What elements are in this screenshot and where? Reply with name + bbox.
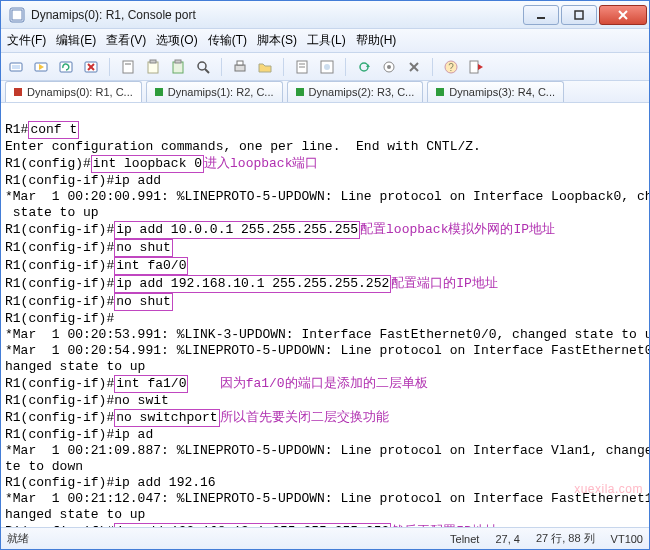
cmd-box: int fa0/0	[114, 257, 188, 275]
svg-point-31	[387, 65, 391, 69]
menubar: 文件(F) 编辑(E) 查看(V) 选项(O) 传输(T) 脚本(S) 工具(L…	[1, 29, 649, 53]
close-button[interactable]	[599, 5, 647, 25]
svg-point-20	[198, 62, 206, 70]
toolbar: ?	[1, 53, 649, 81]
svg-point-28	[324, 64, 330, 70]
tabbar: Dynamips(0): R1, C... Dynamips(1): R2, C…	[1, 81, 649, 103]
tb-disconnect-icon[interactable]	[82, 58, 100, 76]
cmd-box: conf t	[28, 121, 79, 139]
svg-rect-1	[12, 10, 22, 20]
annotation: 所以首先要关闭二层交换功能	[220, 410, 389, 425]
tb-paste-icon[interactable]	[169, 58, 187, 76]
svg-rect-19	[175, 60, 181, 63]
tab-label: Dynamips(0): R1, C...	[27, 86, 133, 98]
toolbar-separator	[109, 58, 110, 76]
status-dot-icon	[296, 88, 304, 96]
statusbar: 就绪 Telnet 27, 4 27 行, 88 列 VT100	[1, 527, 649, 549]
cmd-box: no shut	[114, 293, 173, 311]
menu-view[interactable]: 查看(V)	[106, 32, 146, 49]
menu-file[interactable]: 文件(F)	[7, 32, 46, 49]
svg-rect-36	[470, 61, 478, 73]
menu-edit[interactable]: 编辑(E)	[56, 32, 96, 49]
cmd-box: int fa1/0	[114, 375, 188, 393]
window-controls	[521, 5, 647, 25]
svg-rect-18	[173, 62, 183, 73]
svg-rect-14	[123, 61, 133, 73]
tab-r3[interactable]: Dynamips(2): R3, C...	[287, 81, 424, 102]
cmd-box: ip add 192.168.10.1 255.255.255.252	[114, 275, 391, 293]
tb-print-icon[interactable]	[231, 58, 249, 76]
maximize-button[interactable]	[561, 5, 597, 25]
tb-help-icon[interactable]: ?	[442, 58, 460, 76]
svg-marker-37	[478, 64, 483, 70]
status-cursor: 27, 4	[495, 533, 519, 545]
tb-tools-icon[interactable]	[405, 58, 423, 76]
status-dot-icon	[14, 88, 22, 96]
status-dot-icon	[155, 88, 163, 96]
tab-r4[interactable]: Dynamips(3): R4, C...	[427, 81, 564, 102]
tab-r2[interactable]: Dynamips(1): R2, C...	[146, 81, 283, 102]
annotation: 因为fa1/0的端口是添加的二层单板	[220, 376, 428, 391]
annotation: 然后再配置IP地址	[391, 524, 498, 527]
annotation: 进入loopback端口	[204, 156, 318, 171]
tab-label: Dynamips(3): R4, C...	[449, 86, 555, 98]
status-termtype: VT100	[611, 533, 643, 545]
status-size: 27 行, 88 列	[536, 531, 595, 546]
toolbar-separator	[283, 58, 284, 76]
titlebar[interactable]: Dynamips(0): R1, Console port	[1, 1, 649, 29]
svg-rect-3	[575, 11, 583, 19]
tb-clipboard-icon[interactable]	[144, 58, 162, 76]
annotation: 配置loopback模拟外网的IP地址	[360, 222, 555, 237]
toolbar-separator	[432, 58, 433, 76]
svg-rect-17	[150, 60, 156, 63]
tb-folder-icon[interactable]	[256, 58, 274, 76]
cmd-box: ip add 10.0.0.1 255.255.255.255	[114, 221, 360, 239]
tb-options-icon[interactable]	[318, 58, 336, 76]
window-title: Dynamips(0): R1, Console port	[31, 8, 521, 22]
cmd-box: no shut	[114, 239, 173, 257]
tb-connect-icon[interactable]	[7, 58, 25, 76]
menu-options[interactable]: 选项(O)	[156, 32, 197, 49]
minimize-button[interactable]	[523, 5, 559, 25]
toolbar-separator	[345, 58, 346, 76]
status-dot-icon	[436, 88, 444, 96]
svg-text:?: ?	[448, 62, 454, 73]
svg-line-21	[205, 69, 209, 73]
tb-settings-icon[interactable]	[380, 58, 398, 76]
svg-rect-16	[148, 62, 158, 73]
tb-quickconnect-icon[interactable]	[32, 58, 50, 76]
app-icon	[9, 7, 25, 23]
menu-transfer[interactable]: 传输(T)	[208, 32, 247, 49]
menu-script[interactable]: 脚本(S)	[257, 32, 297, 49]
tb-find-icon[interactable]	[194, 58, 212, 76]
cmd-box: int loopback 0	[91, 155, 204, 173]
svg-rect-22	[235, 65, 245, 71]
status-protocol: Telnet	[450, 533, 479, 545]
tb-sync-icon[interactable]	[355, 58, 373, 76]
tb-exit-icon[interactable]	[467, 58, 485, 76]
tb-profile-icon[interactable]	[119, 58, 137, 76]
svg-rect-15	[125, 63, 131, 65]
tab-r1[interactable]: Dynamips(0): R1, C...	[5, 81, 142, 102]
svg-rect-7	[12, 65, 20, 69]
tb-reconnect-icon[interactable]	[57, 58, 75, 76]
app-window: Dynamips(0): R1, Console port 文件(F) 编辑(E…	[0, 0, 650, 550]
cmd-box: ip add 192.168.13.1 255.255.255.252	[114, 523, 391, 527]
annotation: 配置端口的IP地址	[391, 276, 498, 291]
menu-tools[interactable]: 工具(L)	[307, 32, 346, 49]
menu-help[interactable]: 帮助(H)	[356, 32, 397, 49]
status-ready: 就绪	[7, 531, 29, 546]
svg-rect-23	[237, 61, 243, 65]
tb-properties-icon[interactable]	[293, 58, 311, 76]
tab-label: Dynamips(2): R3, C...	[309, 86, 415, 98]
toolbar-separator	[221, 58, 222, 76]
cmd-box: no switchport	[114, 409, 219, 427]
tab-label: Dynamips(1): R2, C...	[168, 86, 274, 98]
terminal[interactable]: R1#conf t Enter configuration commands, …	[1, 103, 649, 527]
